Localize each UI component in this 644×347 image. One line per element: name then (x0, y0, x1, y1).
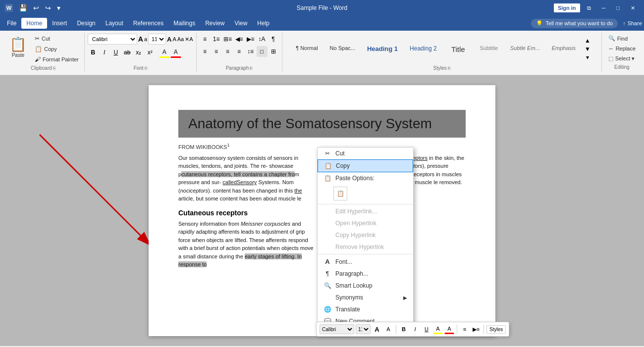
quick-access-more-button[interactable]: ▾ (55, 3, 62, 13)
undo-button[interactable]: ↩ (31, 3, 41, 13)
mini-grow-button[interactable]: A (372, 324, 382, 334)
replace-button[interactable]: ↔ Replace (605, 44, 639, 53)
menu-help[interactable]: Help (252, 18, 274, 29)
mini-font-select[interactable]: Calibri (320, 324, 354, 334)
style-heading1[interactable]: Heading 1 (362, 43, 403, 56)
strikethrough-button[interactable]: ab (122, 47, 133, 58)
font-name-select[interactable]: Calibri (88, 34, 137, 45)
increase-font-size-button[interactable]: A (167, 36, 171, 43)
clipboard-expand-icon[interactable]: ⎘ (53, 66, 55, 71)
select-button[interactable]: ⬚ Select ▾ (605, 54, 639, 63)
justify-button[interactable]: ≡ (234, 46, 245, 57)
shrink-font-button[interactable]: a (144, 36, 147, 42)
paste-button[interactable]: 📋 Paste (5, 34, 31, 60)
copy-button[interactable]: 📋 Copy (32, 44, 81, 54)
text-highlight-button[interactable]: A (159, 47, 170, 58)
menu-mailings[interactable]: Mailings (168, 18, 200, 29)
ctx-copy[interactable]: 📋 Copy (318, 159, 413, 172)
align-left-button[interactable]: ≡ (200, 46, 211, 57)
mini-italic-button[interactable]: I (410, 324, 420, 334)
sort-button[interactable]: ↕A (257, 34, 268, 45)
text-color-button[interactable]: A (170, 47, 181, 58)
style-normal[interactable]: ¶ Normal (290, 43, 323, 56)
multilevel-button[interactable]: ⊞≡ (222, 34, 233, 45)
mini-styles-button[interactable]: Styles (486, 325, 506, 334)
minimize-button[interactable]: ─ (598, 3, 610, 13)
ctx-cut[interactable]: ✂ Cut (318, 148, 413, 159)
decrease-font-size-button[interactable]: A (172, 36, 176, 42)
ctx-remove-hyperlink[interactable]: Remove Hyperlink (318, 241, 413, 253)
font-size-select[interactable]: 11 (148, 34, 166, 45)
mini-highlight-button[interactable]: A (433, 324, 443, 334)
superscript-button[interactable]: x² (145, 47, 156, 58)
mini-indent-button[interactable]: ▶≡ (471, 324, 481, 334)
ctx-font[interactable]: A Font... (318, 255, 413, 268)
menu-insert[interactable]: Insert (47, 18, 72, 29)
redo-button[interactable]: ↪ (43, 3, 53, 13)
cut-button[interactable]: ✂ Cut (32, 34, 81, 44)
ctx-smart-lookup[interactable]: 🔍 Smart Lookup (318, 280, 413, 292)
align-center-button[interactable]: ≡ (211, 46, 222, 57)
format-painter-button[interactable]: 🖌 Format Painter (32, 54, 81, 64)
ctx-copy-hyperlink[interactable]: Copy Hyperlink (318, 229, 413, 241)
close-button[interactable]: ✕ (627, 3, 639, 13)
ctx-paste-icon-button[interactable]: 📋 (333, 187, 347, 200)
menu-design[interactable]: Design (72, 18, 100, 29)
bold-button[interactable]: B (88, 47, 99, 58)
menu-references[interactable]: References (128, 18, 168, 29)
style-subtitle[interactable]: Subtitle (474, 43, 504, 56)
save-button[interactable]: 💾 (17, 3, 29, 13)
shading-button[interactable]: □ (257, 46, 268, 57)
restore-button[interactable]: ⧉ (583, 3, 595, 13)
ctx-paragraph[interactable]: ¶ Paragraph... (318, 268, 413, 280)
ctx-edit-hyperlink[interactable]: Edit Hyperlink... (318, 205, 413, 217)
mini-shrink-button[interactable]: A (383, 324, 393, 334)
bullets-button[interactable]: ≡ (200, 34, 211, 45)
increase-indent-button[interactable]: ▶≡ (245, 34, 256, 45)
paragraph-group-label: Paragraph ⎘ (226, 65, 253, 71)
ctx-paste-options[interactable]: 📋 Paste Options: (318, 172, 413, 184)
subscript-button[interactable]: x₂ (133, 47, 144, 58)
line-spacing-button[interactable]: ↕≡ (245, 46, 256, 57)
tell-me-field[interactable]: 💡 Tell me what you want to do (531, 19, 618, 28)
style-subtle-em[interactable]: Subtle Em... (505, 43, 545, 56)
style-heading2[interactable]: Heading 2 (404, 43, 442, 56)
clear-formatting-button[interactable]: ✕A (185, 36, 193, 43)
menu-review[interactable]: Review (200, 18, 229, 29)
show-hide-button[interactable]: ¶ (268, 34, 279, 45)
styles-expand-icon[interactable]: ⎘ (448, 66, 450, 71)
ctx-open-hyperlink[interactable]: Open Hyperlink (318, 217, 413, 229)
styles-more-button[interactable]: ▾ (582, 53, 593, 61)
grow-font-button[interactable]: A (138, 35, 143, 43)
menu-layout[interactable]: Layout (101, 18, 128, 29)
styles-scroll-down-button[interactable]: ▼ (582, 45, 593, 53)
menu-view[interactable]: View (230, 18, 253, 29)
sign-in-button[interactable]: Sign in (554, 3, 580, 12)
style-emphasis[interactable]: Emphasis (546, 43, 581, 56)
decrease-indent-button[interactable]: ◀≡ (234, 34, 245, 45)
mini-bold-button[interactable]: B (399, 324, 409, 334)
mini-color-button[interactable]: A (444, 324, 454, 334)
change-case-button[interactable]: Aa (177, 36, 184, 42)
styles-scroll-up-button[interactable]: ▲ (582, 37, 593, 45)
menu-home[interactable]: Home (21, 18, 47, 29)
mini-bullets-button[interactable]: ≡ (460, 324, 470, 334)
mini-underline-button[interactable]: U (422, 324, 431, 334)
called-sensory-link[interactable]: calledSensory (222, 179, 257, 185)
align-right-button[interactable]: ≡ (222, 46, 233, 57)
mini-size-select[interactable]: 11 (356, 324, 371, 334)
numbering-button[interactable]: 1≡ (211, 34, 222, 45)
italic-button[interactable]: I (99, 47, 110, 58)
ctx-synonyms[interactable]: Synonyms ▶ (318, 292, 413, 303)
style-no-spacing[interactable]: No Spac... (324, 43, 361, 56)
style-title[interactable]: Title (443, 43, 473, 56)
ctx-translate[interactable]: 🌐 Translate (318, 303, 413, 315)
underline-button[interactable]: U (110, 47, 121, 58)
borders-button[interactable]: ⊞ (268, 46, 279, 57)
font-expand-icon[interactable]: ⎘ (145, 66, 147, 71)
maximize-button[interactable]: □ (612, 3, 624, 13)
menu-file[interactable]: File (2, 18, 21, 29)
paragraph-expand-icon[interactable]: ⎘ (250, 66, 252, 71)
find-button[interactable]: 🔍 Find (605, 34, 639, 43)
share-button[interactable]: ↑ Share (623, 20, 642, 26)
